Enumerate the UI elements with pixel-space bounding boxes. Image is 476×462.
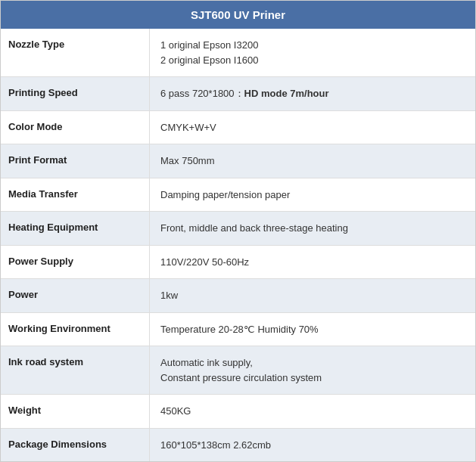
cell-value-media-transfer: Damping paper/tension paper: [150, 178, 475, 212]
spec-table: SJT600 UV Priner Nozzle Type1 original E…: [0, 0, 476, 462]
table-row-package-dimensions: Package Dimensions160*105*138cm 2.62cmb: [1, 429, 475, 462]
cell-label-package-dimensions: Package Dimensions: [1, 429, 150, 462]
table-row-printing-speed: Printing Speed6 pass 720*1800：HD mode 7m…: [1, 77, 475, 111]
cell-label-power-supply: Power Supply: [1, 246, 150, 279]
cell-label-working-environment: Working Environment: [1, 313, 150, 346]
cell-label-power: Power: [1, 279, 150, 312]
cell-value-nozzle-type: 1 original Epson I32002 original Epson I…: [150, 29, 475, 76]
table-row-nozzle-type: Nozzle Type1 original Epson I32002 origi…: [1, 29, 475, 77]
cell-value-heating-equipment: Front, middle and back three-stage heati…: [150, 212, 475, 245]
table-header: SJT600 UV Priner: [1, 1, 475, 29]
table-row-power-supply: Power Supply110V/220V 50-60Hz: [1, 246, 475, 280]
table-row-working-environment: Working EnvironmentTemperature 20-28℃ Hu…: [1, 313, 475, 347]
cell-value-color-mode: CMYK+W+V: [150, 111, 475, 144]
cell-value-power-supply: 110V/220V 50-60Hz: [150, 246, 475, 279]
table-row-media-transfer: Media TransferDamping paper/tension pape…: [1, 178, 475, 212]
table-row-print-format: Print FormatMax 750mm: [1, 144, 475, 178]
cell-label-heating-equipment: Heating Equipment: [1, 212, 150, 245]
cell-value-working-environment: Temperature 20-28℃ Humidity 70%: [150, 313, 475, 346]
cell-label-weight: Weight: [1, 395, 150, 428]
cell-value-weight: 450KG: [150, 395, 475, 428]
table-row-color-mode: Color ModeCMYK+W+V: [1, 111, 475, 145]
table-row-ink-road-system: Ink road systemAutomatic ink supply,Cons…: [1, 346, 475, 395]
table-row-power: Power1kw: [1, 279, 475, 313]
cell-value-print-format: Max 750mm: [150, 144, 475, 178]
cell-value-printing-speed: 6 pass 720*1800：HD mode 7m/hour: [150, 77, 475, 110]
cell-label-color-mode: Color Mode: [1, 111, 150, 144]
cell-label-ink-road-system: Ink road system: [1, 346, 150, 394]
table-row-weight: Weight450KG: [1, 395, 475, 429]
cell-value-ink-road-system: Automatic ink supply,Constant pressure c…: [150, 346, 475, 394]
table-title: SJT600 UV Priner: [191, 8, 285, 21]
cell-label-print-format: Print Format: [1, 144, 150, 178]
table-row-heating-equipment: Heating EquipmentFront, middle and back …: [1, 212, 475, 246]
cell-value-power: 1kw: [150, 279, 475, 312]
cell-label-media-transfer: Media Transfer: [1, 178, 150, 212]
cell-label-nozzle-type: Nozzle Type: [1, 29, 150, 76]
cell-value-package-dimensions: 160*105*138cm 2.62cmb: [150, 429, 475, 462]
cell-label-printing-speed: Printing Speed: [1, 77, 150, 110]
